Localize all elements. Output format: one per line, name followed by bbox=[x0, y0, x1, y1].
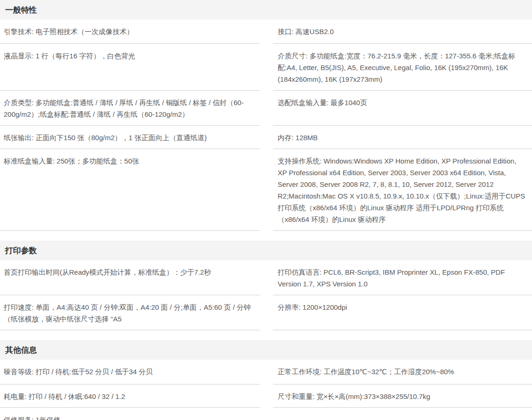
spec-cell-noise-level: 噪音等级: 打印 / 待机:低于52 分贝 / 低于34 分贝 bbox=[0, 360, 260, 384]
section-general-features: 一般特性 引擎技术: 电子照相技术（一次成像技术） 接口: 高速USB2.0 液… bbox=[0, 0, 532, 231]
spec-row: 首页打印输出时间(从Ready模式开始计算，标准纸盒）：少于7.2秒 打印仿真语… bbox=[0, 260, 532, 295]
spec-cell-optional-tray-capacity: 选配纸盒输入量: 最多1040页 bbox=[273, 91, 532, 126]
spec-cell-first-page-out-time: 首页打印输出时间(从Ready模式开始计算，标准纸盒）：少于7.2秒 bbox=[0, 260, 260, 295]
section-header: 打印参数 bbox=[0, 241, 532, 260]
section-print-parameters: 打印参数 首页打印输出时间(从Ready模式开始计算，标准纸盒）：少于7.2秒 … bbox=[0, 241, 532, 330]
spec-cell-emulation-language: 打印仿真语言: PCL6, BR-Script3, IBM Proprinter… bbox=[273, 260, 532, 295]
section-title: 其他信息 bbox=[5, 345, 37, 356]
spec-cell-dimensions-weight: 尺寸和重量: 宽×长×高(mm):373×388×255/10.7kg bbox=[273, 384, 532, 408]
product-spec-page: 一般特性 引擎技术: 电子照相技术（一次成像技术） 接口: 高速USB2.0 液… bbox=[0, 0, 532, 420]
section-title: 一般特性 bbox=[5, 5, 37, 15]
spec-cell-operating-environment: 正常工作环境: 工作温度10℃~32℃；工作湿度20%~80% bbox=[273, 360, 532, 384]
spec-cell-paper-output: 纸张输出: 正面向下150 张（80g/m2），1 张正面向上（直通纸道) bbox=[0, 126, 260, 149]
spec-row: 打印速度: 单面，A4:高达40 页 / 分钟;双面，A4:20 面 / 分;单… bbox=[0, 295, 532, 330]
spec-cell-lcd-display: 液晶显示: 1 行（每行16 字符），白色背光 bbox=[0, 44, 260, 91]
section-header: 一般特性 bbox=[0, 0, 532, 20]
spec-row: 标准纸盒输入量: 250张；多功能纸盒：50张 支持操作系统: Windows:… bbox=[0, 149, 532, 231]
spec-row: 液晶显示: 1 行（每行16 字符），白色背光 介质尺寸: 多功能纸盒:宽度：7… bbox=[0, 44, 532, 91]
spec-cell-supported-os: 支持操作系统: Windows:Windows XP Home Edition,… bbox=[273, 149, 532, 231]
spec-cell-empty bbox=[273, 408, 532, 420]
spec-cell-resolution: 分辨率: 1200×1200dpi bbox=[273, 295, 532, 330]
spec-cell-print-speed: 打印速度: 单面，A4:高达40 页 / 分钟;双面，A4:20 面 / 分;单… bbox=[0, 295, 260, 330]
spec-cell-engine-tech: 引擎技术: 电子照相技术（一次成像技术） bbox=[0, 20, 260, 44]
section-header: 其他信息 bbox=[0, 340, 532, 360]
spec-cell-media-type: 介质类型: 多功能纸盒:普通纸 / 薄纸 / 厚纸 / 再生纸 / 铜版纸 / … bbox=[0, 91, 260, 126]
spec-cell-power-consumption: 耗电量: 打印 / 待机 / 休眠:640 / 32 / 1.2 bbox=[0, 384, 260, 408]
section-other-info: 其他信息 噪音等级: 打印 / 待机:低于52 分贝 / 低于34 分贝 正常工… bbox=[0, 340, 532, 420]
section-title: 打印参数 bbox=[5, 245, 37, 256]
spec-row: 保修服务: 1年保修 bbox=[0, 408, 532, 420]
spec-cell-memory: 内存: 128MB bbox=[273, 126, 532, 149]
spec-cell-interface: 接口: 高速USB2.0 bbox=[273, 20, 532, 44]
spec-row: 纸张输出: 正面向下150 张（80g/m2），1 张正面向上（直通纸道) 内存… bbox=[0, 126, 532, 149]
spec-row: 引擎技术: 电子照相技术（一次成像技术） 接口: 高速USB2.0 bbox=[0, 20, 532, 44]
spec-row: 耗电量: 打印 / 待机 / 休眠:640 / 32 / 1.2 尺寸和重量: … bbox=[0, 384, 532, 408]
spec-cell-media-size: 介质尺寸: 多功能纸盒:宽度：76.2-215.9 毫米，长度：127-355.… bbox=[273, 44, 532, 91]
spec-cell-standard-tray-capacity: 标准纸盒输入量: 250张；多功能纸盒：50张 bbox=[0, 149, 260, 231]
spec-row: 噪音等级: 打印 / 待机:低于52 分贝 / 低于34 分贝 正常工作环境: … bbox=[0, 360, 532, 384]
spec-cell-warranty: 保修服务: 1年保修 bbox=[0, 408, 260, 420]
spec-row: 介质类型: 多功能纸盒:普通纸 / 薄纸 / 厚纸 / 再生纸 / 铜版纸 / … bbox=[0, 91, 532, 126]
